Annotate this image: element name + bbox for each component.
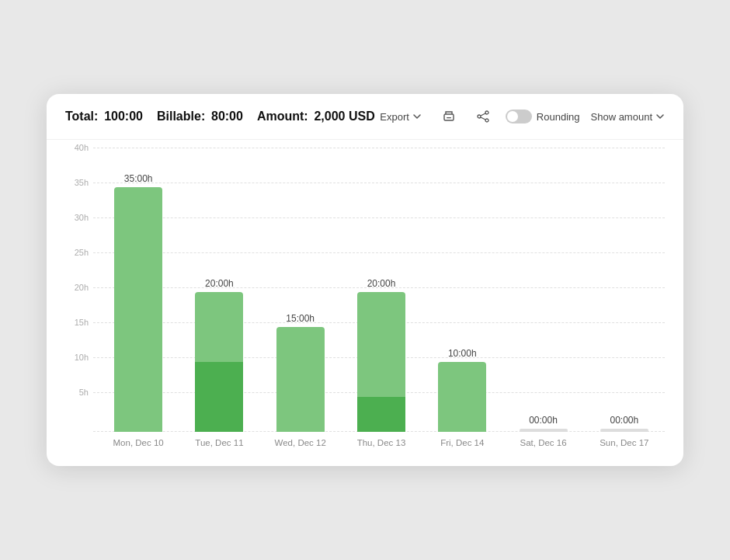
bar-bottom-segment [357,292,405,397]
svg-line-6 [481,117,485,120]
print-icon [442,110,456,123]
chart-area: 40h35h30h25h20h15h10h5h35:00h20:00h15:00… [47,140,683,447]
bar-bottom-segment [195,292,243,362]
show-amount-label: Show amount [591,111,653,123]
print-button[interactable] [437,105,461,128]
svg-point-3 [478,115,481,118]
bar-group: 20:00h [184,278,254,432]
grid-line: 40h [65,143,665,152]
y-axis-label: 5h [65,388,89,397]
bar-stack [357,292,405,432]
chart-grid: 40h35h30h25h20h15h10h5h35:00h20:00h15:00… [65,152,665,432]
y-axis-label: 30h [65,213,89,222]
export-button[interactable]: Export [375,108,426,126]
toolbar-actions: Export Rounding Show amount [375,105,665,128]
rounding-label: Rounding [537,111,580,123]
bar-group: 15:00h [266,313,335,432]
chevron-down-icon [655,112,665,121]
y-axis-label: 10h [65,353,89,362]
svg-line-5 [481,113,485,116]
total-label: Total: [65,110,98,123]
bar-stack [114,187,162,432]
bar-bottom-segment [114,187,162,432]
svg-point-2 [485,111,488,114]
export-label: Export [380,111,409,123]
y-axis-label: 20h [65,283,89,292]
y-axis-label: 40h [65,143,89,152]
bar-value-label: 00:00h [610,415,638,426]
rounding-toggle[interactable] [506,110,532,123]
bar-stack [276,327,325,432]
total-value: 100:00 [104,110,143,123]
bar-value-label: 10:00h [448,348,477,359]
x-axis-label: Wed, Dec 12 [266,438,335,447]
bar-group: 20:00h [346,278,416,432]
bar-top-segment [195,362,243,432]
bar-stack [438,362,486,432]
billable-stat: Billable: 80:00 [157,110,243,123]
billable-label: Billable: [157,110,205,123]
bars-container: 35:00h20:00h15:00h20:00h10:00h00:00h00:0… [98,152,665,432]
bar-value-label: 15:00h [286,313,315,324]
x-axis-label: Mon, Dec 10 [103,438,173,447]
y-axis-label: 15h [65,318,89,327]
x-axis-label: Sat, Dec 16 [509,438,579,447]
x-axis-label: Thu, Dec 13 [346,438,416,447]
y-axis-label: 35h [65,178,89,187]
share-button[interactable] [471,105,495,128]
total-stat: Total: 100:00 [65,110,143,123]
x-axis-label: Tue, Dec 11 [184,438,254,447]
bar-group: 00:00h [589,415,659,432]
bar-group: 00:00h [509,415,579,432]
bar-value-label: 20:00h [367,278,396,289]
bar-zero [600,429,648,432]
bar-group: 10:00h [427,348,497,432]
bar-bottom-segment [276,327,325,432]
bar-top-segment [357,397,405,432]
amount-label: Amount: [257,110,308,123]
chevron-down-icon [412,112,422,121]
bar-value-label: 00:00h [529,415,558,426]
x-axis-label: Sun, Dec 17 [589,438,659,447]
bar-value-label: 35:00h [124,173,153,184]
bar-group: 35:00h [103,173,173,432]
amount-value: 2,000 USD [314,110,374,123]
y-axis-label: 25h [65,248,89,257]
show-amount-button[interactable]: Show amount [591,111,666,123]
bar-zero [520,429,568,432]
toolbar: Total: 100:00 Billable: 80:00 Amount: 2,… [47,94,683,140]
bar-value-label: 20:00h [205,278,234,289]
rounding-toggle-wrap: Rounding [506,110,580,123]
report-card: Total: 100:00 Billable: 80:00 Amount: 2,… [47,94,683,466]
x-labels: Mon, Dec 10Tue, Dec 11Wed, Dec 12Thu, De… [65,438,665,447]
bar-bottom-segment [438,362,486,432]
share-icon [476,110,490,123]
svg-point-4 [485,119,488,122]
bar-stack [195,292,243,432]
toolbar-stats: Total: 100:00 Billable: 80:00 Amount: 2,… [65,110,375,123]
svg-rect-1 [447,117,451,118]
x-axis-label: Fri, Dec 14 [427,438,497,447]
amount-stat: Amount: 2,000 USD [257,110,375,123]
billable-value: 80:00 [211,110,243,123]
